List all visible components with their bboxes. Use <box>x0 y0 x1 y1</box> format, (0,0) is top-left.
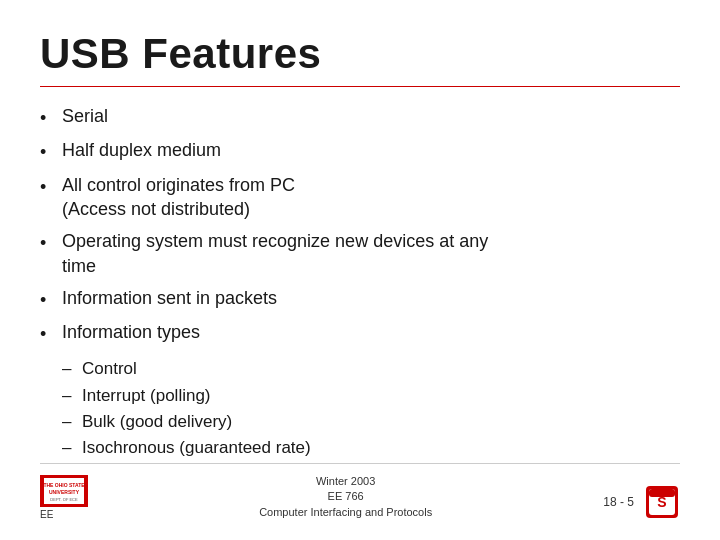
svg-text:UNIVERSITY: UNIVERSITY <box>49 489 80 495</box>
sub-text: Interrupt (polling) <box>82 385 211 407</box>
footer-term: Winter 2003 <box>259 474 432 489</box>
svg-rect-8 <box>649 489 675 497</box>
footer-page-number: 18 - 5 <box>603 495 634 509</box>
sub-text: Control <box>82 358 137 380</box>
bullet-text: All control originates from PC(Access no… <box>62 173 295 222</box>
list-item: • Information types <box>40 320 680 346</box>
bullet-text: Information sent in packets <box>62 286 277 310</box>
sub-dash: – <box>62 411 82 433</box>
footer-right: 18 - 5 S <box>603 484 680 520</box>
list-item: – Bulk (good delivery) <box>62 411 680 433</box>
footer-course: EE 766 <box>259 489 432 504</box>
badge-icon: S <box>644 484 680 520</box>
bullet-text: Information types <box>62 320 200 344</box>
sub-dash: – <box>62 437 82 459</box>
list-item: – Control <box>62 358 680 380</box>
list-item: • Serial <box>40 104 680 130</box>
slide-footer: THE OHIO STATE UNIVERSITY DEPT. OF ECE E… <box>40 463 680 520</box>
bullet-dot: • <box>40 288 62 312</box>
bullet-dot: • <box>40 106 62 130</box>
bullet-dot: • <box>40 231 62 255</box>
slide-title: USB Features <box>40 30 680 78</box>
list-item: • Information sent in packets <box>40 286 680 312</box>
slide-content: • Serial • Half duplex medium • All cont… <box>40 104 680 463</box>
list-item: • Half duplex medium <box>40 138 680 164</box>
footer-ee-label: EE <box>40 509 53 520</box>
sub-text: Isochronous (guaranteed rate) <box>82 437 311 459</box>
bullet-text: Operating system must recognize new devi… <box>62 229 488 278</box>
list-item: – Interrupt (polling) <box>62 385 680 407</box>
svg-text:DEPT. OF ECE: DEPT. OF ECE <box>50 497 78 502</box>
bullet-text: Serial <box>62 104 108 128</box>
list-item: – Isochronous (guaranteed rate) <box>62 437 680 459</box>
bullet-dot: • <box>40 175 62 199</box>
sub-bullet-list: – Control – Interrupt (polling) – Bulk (… <box>62 358 680 462</box>
footer-course-title: Computer Interfacing and Protocols <box>259 505 432 520</box>
main-bullet-list: • Serial • Half duplex medium • All cont… <box>40 104 680 354</box>
list-item: • All control originates from PC(Access … <box>40 173 680 222</box>
slide: USB Features • Serial • Half duplex medi… <box>0 0 720 540</box>
bullet-dot: • <box>40 140 62 164</box>
sub-dash: – <box>62 358 82 380</box>
list-item: • Operating system must recognize new de… <box>40 229 680 278</box>
osu-logo-icon: THE OHIO STATE UNIVERSITY DEPT. OF ECE <box>40 475 88 507</box>
svg-text:THE OHIO STATE: THE OHIO STATE <box>43 482 85 488</box>
bullet-dot: • <box>40 322 62 346</box>
sub-dash: – <box>62 385 82 407</box>
footer-left: THE OHIO STATE UNIVERSITY DEPT. OF ECE E… <box>40 475 88 520</box>
bullet-text: Half duplex medium <box>62 138 221 162</box>
footer-center: Winter 2003 EE 766 Computer Interfacing … <box>259 474 432 520</box>
sub-text: Bulk (good delivery) <box>82 411 232 433</box>
